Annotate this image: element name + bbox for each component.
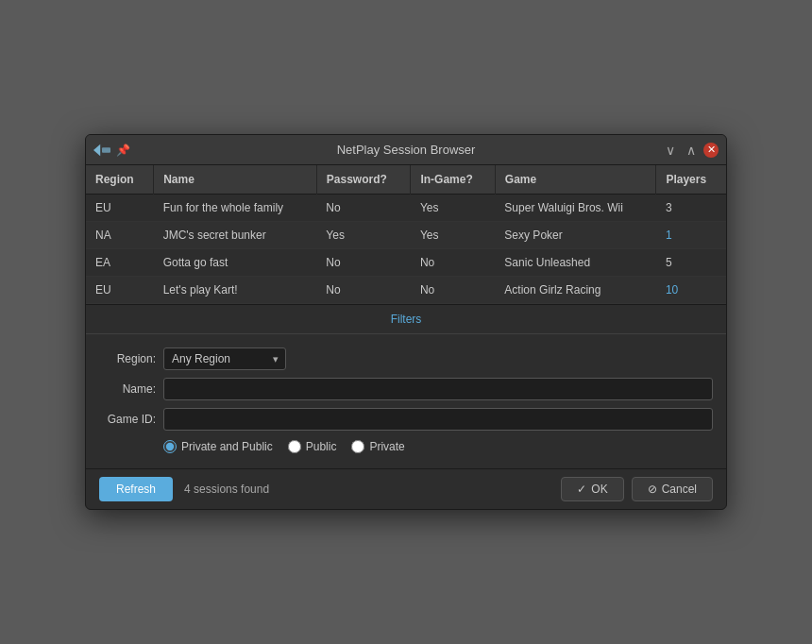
radio-private[interactable]: [351, 440, 364, 453]
netplay-window: 📌 NetPlay Session Browser ∨ ∧ ✕ Region N…: [85, 134, 727, 510]
cancel-label: Cancel: [662, 483, 697, 496]
name-filter-input[interactable]: [163, 378, 713, 400]
radio-private-item[interactable]: Private: [351, 440, 404, 453]
table-cell: EA: [86, 249, 154, 277]
ok-label: OK: [591, 483, 607, 496]
title-bar-left: 📌: [93, 144, 130, 157]
sessions-table: Region Name Password? In-Game? Game Play…: [86, 165, 726, 304]
col-ingame: In-Game?: [411, 165, 495, 195]
visibility-radio-group: Private and Public Public Private: [86, 434, 726, 459]
col-region: Region: [86, 165, 154, 195]
region-select[interactable]: Any Region EU NA EA AS: [163, 347, 286, 370]
radio-public-label: Public: [306, 440, 337, 453]
table-cell: 5: [656, 249, 726, 277]
table-cell: Sanic Unleashed: [495, 249, 656, 277]
table-cell: NA: [86, 222, 154, 249]
region-filter-row: Region: Any Region EU NA EA AS: [86, 344, 726, 374]
radio-private-public-label: Private and Public: [181, 440, 273, 453]
table-cell: JMC's secret bunker: [154, 222, 317, 249]
name-filter-label: Name:: [99, 382, 156, 396]
table-cell: No: [316, 195, 411, 222]
table-header-row: Region Name Password? In-Game? Game Play…: [86, 165, 726, 195]
table-cell: No: [316, 249, 411, 277]
cancel-button[interactable]: ⊘ Cancel: [632, 477, 713, 501]
window-title: NetPlay Session Browser: [337, 143, 476, 157]
table-cell: Yes: [411, 195, 495, 222]
table-cell: Yes: [316, 222, 411, 249]
refresh-button[interactable]: Refresh: [99, 477, 173, 501]
minimize-button[interactable]: ∨: [662, 142, 679, 159]
table-cell: Gotta go fast: [154, 249, 317, 277]
ok-button[interactable]: ✓ OK: [561, 477, 623, 501]
svg-marker-0: [93, 144, 100, 156]
gameid-filter-label: Game ID:: [99, 413, 156, 426]
gameid-filter-control: [163, 408, 713, 431]
bottom-bar: Refresh 4 sessions found ✓ OK ⊘ Cancel: [86, 469, 726, 509]
table-cell: Yes: [411, 222, 495, 249]
gameid-filter-input[interactable]: [163, 408, 713, 431]
radio-private-label: Private: [369, 440, 404, 453]
table-cell: 1: [656, 222, 726, 249]
name-filter-control: [163, 378, 713, 400]
col-game: Game: [495, 165, 656, 195]
table-row[interactable]: EUFun for the whole familyNoYesSuper Wal…: [86, 195, 726, 222]
table-cell: Super Waluigi Bros. Wii: [495, 195, 656, 222]
close-button[interactable]: ✕: [703, 143, 719, 158]
region-filter-label: Region:: [99, 352, 156, 365]
region-filter-control: Any Region EU NA EA AS: [163, 347, 713, 370]
table-cell: 10: [656, 277, 726, 304]
ok-check-icon: ✓: [577, 483, 586, 496]
sessions-found: 4 sessions found: [184, 483, 269, 496]
col-players: Players: [656, 165, 726, 195]
radio-private-public[interactable]: [163, 440, 177, 453]
title-bar: 📌 NetPlay Session Browser ∨ ∧ ✕: [86, 135, 726, 165]
table-cell: No: [316, 277, 411, 304]
table-cell: Sexy Poker: [495, 222, 656, 249]
radio-private-public-item[interactable]: Private and Public: [163, 440, 273, 453]
pin-icon: 📌: [116, 144, 130, 157]
sessions-table-section: Region Name Password? In-Game? Game Play…: [86, 165, 726, 305]
table-cell: EU: [86, 277, 154, 304]
col-name: Name: [154, 165, 317, 195]
table-row[interactable]: EULet's play Kart!NoNoAction Girlz Racin…: [86, 277, 726, 304]
col-password: Password?: [316, 165, 411, 195]
table-cell: EU: [86, 195, 154, 222]
table-cell: Fun for the whole family: [154, 195, 317, 222]
table-cell: Let's play Kart!: [154, 277, 317, 304]
maximize-button[interactable]: ∧: [683, 142, 700, 159]
app-icon: [93, 144, 110, 157]
table-cell: 3: [656, 195, 726, 222]
table-row[interactable]: EAGotta go fastNoNoSanic Unleashed5: [86, 249, 726, 277]
window-controls: ∨ ∧ ✕: [662, 142, 719, 159]
table-cell: No: [411, 249, 495, 277]
table-cell: Action Girlz Racing: [495, 277, 656, 304]
table-cell: No: [411, 277, 495, 304]
cancel-icon: ⊘: [648, 483, 657, 496]
filters-section: Filters Region: Any Region EU NA EA AS N…: [86, 305, 726, 469]
gameid-filter-row: Game ID:: [86, 404, 726, 434]
table-row[interactable]: NAJMC's secret bunkerYesYesSexy Poker1: [86, 222, 726, 249]
svg-rect-1: [102, 147, 110, 152]
radio-public[interactable]: [288, 440, 301, 453]
dialog-buttons: ✓ OK ⊘ Cancel: [561, 477, 713, 501]
name-filter-row: Name:: [86, 374, 726, 404]
radio-public-item[interactable]: Public: [288, 440, 337, 453]
filters-header: Filters: [86, 305, 726, 334]
